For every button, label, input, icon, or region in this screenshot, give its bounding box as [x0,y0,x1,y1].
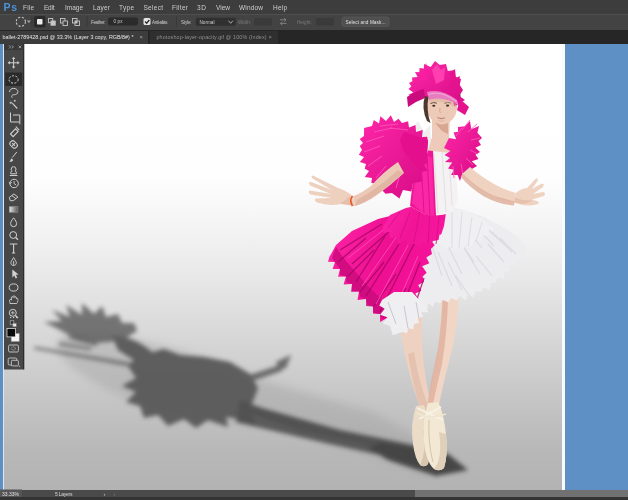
svg-text:Filter: Filter [172,4,189,11]
svg-text:5 Layers: 5 Layers [55,491,73,497]
svg-text:ballet-2789428.psd @ 33.3% (La: ballet-2789428.psd @ 33.3% (Layer 3 copy… [3,34,135,40]
svg-text:Type: Type [119,4,134,12]
svg-text:File: File [23,4,34,11]
svg-text:0 px: 0 px [114,19,124,24]
svg-text:Select: Select [144,4,164,11]
svg-text:Image: Image [65,4,83,12]
svg-text:›: › [104,491,106,497]
svg-text:3D: 3D [197,4,206,11]
svg-text:Anti-alias: Anti-alias [152,20,168,25]
svg-text:Normal: Normal [200,20,215,25]
svg-text:Height:: Height: [297,20,312,25]
svg-text:Width:: Width: [238,20,251,25]
svg-text:Style:: Style: [181,20,192,25]
svg-text:View: View [216,4,230,11]
svg-text:Help: Help [273,4,287,12]
svg-text:‹: ‹ [114,491,116,497]
svg-text:Window: Window [239,4,263,11]
svg-text:Edit: Edit [44,4,55,11]
svg-text:Select and Mask...: Select and Mask... [346,20,386,25]
svg-text:×: × [269,34,272,40]
svg-text:photoshop-layer-opacity.gif @: photoshop-layer-opacity.gif @ 100% (Inde… [157,34,267,40]
svg-text:Ps: Ps [4,1,18,13]
svg-text:Layer: Layer [93,4,111,12]
svg-text:33.33%: 33.33% [2,491,20,497]
svg-text:×: × [140,34,143,40]
svg-text:Feather:: Feather: [91,20,106,25]
